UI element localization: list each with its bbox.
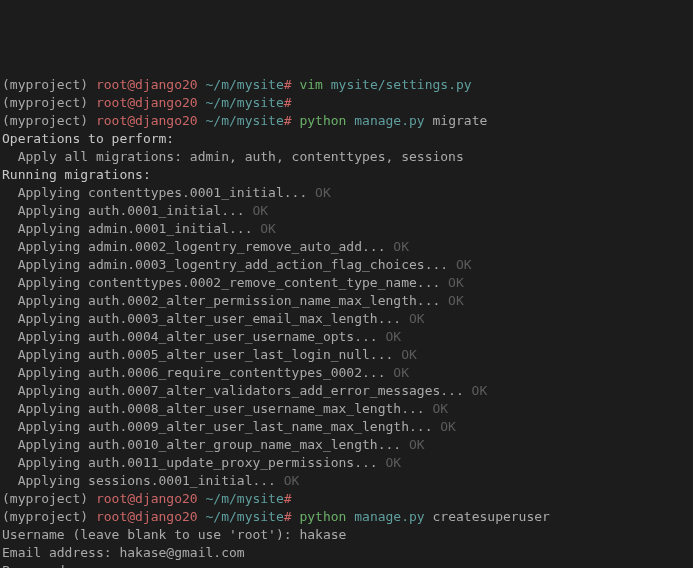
migration-item: Applying auth.0009_alter_user_last_name_… [2, 418, 691, 436]
migration-item: Applying auth.0006_require_contenttypes_… [2, 364, 691, 382]
terminal[interactable]: (myproject) root@django20 ~/m/mysite# vi… [2, 76, 691, 568]
prompt-path: ~/m/mysite [206, 77, 284, 92]
prompt-line: (myproject) root@django20 ~/m/mysite# py… [2, 508, 691, 526]
output-line: Username (leave blank to use 'root'): ha… [2, 526, 691, 544]
command-arg: manage.py [354, 113, 424, 128]
status-ok: OK [425, 401, 448, 416]
output-header: Running migrations: [2, 166, 691, 184]
migration-item: Applying contenttypes.0002_remove_conten… [2, 274, 691, 292]
command: python [299, 509, 346, 524]
prompt-user: root@django20 [96, 113, 198, 128]
command: vim [299, 77, 322, 92]
status-ok: OK [464, 383, 487, 398]
prompt-line: (myproject) root@django20 ~/m/mysite# py… [2, 112, 691, 130]
migration-item: Applying sessions.0001_initial... OK [2, 472, 691, 490]
status-ok: OK [378, 455, 401, 470]
prompt-path: ~/m/mysite [206, 491, 284, 506]
output-line: Email address: hakase@gmail.com [2, 544, 691, 562]
status-ok: OK [401, 311, 424, 326]
migration-item: Applying admin.0002_logentry_remove_auto… [2, 238, 691, 256]
command-arg: mysite/settings.py [331, 77, 472, 92]
status-ok: OK [393, 347, 416, 362]
prompt-env: (myproject) [2, 491, 96, 506]
status-ok: OK [448, 257, 471, 272]
prompt-line: (myproject) root@django20 ~/m/mysite# [2, 94, 691, 112]
prompt-sharp: # [284, 491, 292, 506]
status-ok: OK [252, 221, 275, 236]
status-ok: OK [440, 293, 463, 308]
command: python [299, 113, 346, 128]
prompt-env: (myproject) [2, 113, 96, 128]
migration-item: Applying auth.0003_alter_user_email_max_… [2, 310, 691, 328]
status-ok: OK [276, 473, 299, 488]
prompt-sharp: # [284, 509, 292, 524]
migration-item: Applying admin.0003_logentry_add_action_… [2, 256, 691, 274]
status-ok: OK [386, 365, 409, 380]
status-ok: OK [401, 437, 424, 452]
migration-item: Applying admin.0001_initial... OK [2, 220, 691, 238]
output-line: Password: [2, 562, 691, 568]
migration-item: Applying auth.0007_alter_validators_add_… [2, 382, 691, 400]
migration-item: Applying auth.0001_initial... OK [2, 202, 691, 220]
prompt-path: ~/m/mysite [206, 95, 284, 110]
command-arg: manage.py [354, 509, 424, 524]
migration-item: Applying auth.0010_alter_group_name_max_… [2, 436, 691, 454]
prompt-env: (myproject) [2, 509, 96, 524]
migration-item: Applying auth.0011_update_proxy_permissi… [2, 454, 691, 472]
status-ok: OK [245, 203, 268, 218]
prompt-path: ~/m/mysite [206, 509, 284, 524]
prompt-path: ~/m/mysite [206, 113, 284, 128]
prompt-line: (myproject) root@django20 ~/m/mysite# vi… [2, 76, 691, 94]
prompt-sharp: # [284, 95, 292, 110]
prompt-user: root@django20 [96, 95, 198, 110]
command-rest: createsuperuser [433, 509, 550, 524]
status-ok: OK [432, 419, 455, 434]
migration-item: Applying auth.0004_alter_user_username_o… [2, 328, 691, 346]
migration-item: Applying auth.0008_alter_user_username_m… [2, 400, 691, 418]
migration-item: Applying contenttypes.0001_initial... OK [2, 184, 691, 202]
prompt-sharp: # [284, 77, 292, 92]
output-header: Operations to perform: [2, 130, 691, 148]
prompt-sharp: # [284, 113, 292, 128]
prompt-env: (myproject) [2, 77, 96, 92]
output-line: Apply all migrations: admin, auth, conte… [2, 148, 691, 166]
status-ok: OK [307, 185, 330, 200]
migration-item: Applying auth.0002_alter_permission_name… [2, 292, 691, 310]
command-rest: migrate [433, 113, 488, 128]
prompt-user: root@django20 [96, 509, 198, 524]
prompt-user: root@django20 [96, 491, 198, 506]
status-ok: OK [440, 275, 463, 290]
status-ok: OK [378, 329, 401, 344]
prompt-env: (myproject) [2, 95, 96, 110]
status-ok: OK [386, 239, 409, 254]
prompt-line: (myproject) root@django20 ~/m/mysite# [2, 490, 691, 508]
prompt-user: root@django20 [96, 77, 198, 92]
migration-item: Applying auth.0005_alter_user_last_login… [2, 346, 691, 364]
